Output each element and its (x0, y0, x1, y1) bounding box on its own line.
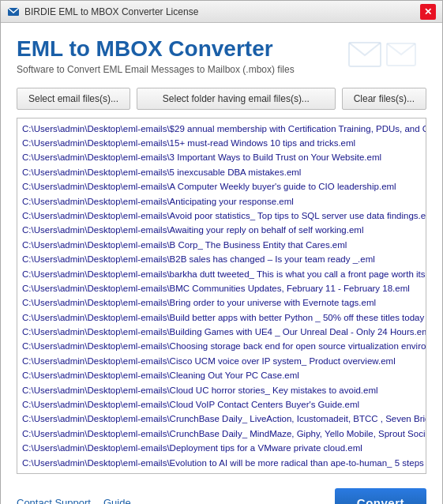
list-item: C:\Users\admin\Desktop\eml-emails\Bring … (22, 295, 421, 310)
list-item: C:\Users\admin\Desktop\eml-emails\Evolut… (22, 456, 421, 470)
list-item: C:\Users\admin\Desktop\eml-emails\Cisco … (22, 354, 421, 368)
main-window: BIRDIE EML to MBOX Converter License ✕ E… (0, 0, 443, 504)
list-item: C:\Users\admin\Desktop\eml-emails\barkha… (22, 267, 421, 281)
list-item: C:\Users\admin\Desktop\eml-emails\A Comp… (22, 179, 421, 194)
clear-files-button[interactable]: Clear files(s)... (342, 88, 426, 110)
select-folder-button[interactable]: Select folder having email files(s)... (137, 88, 336, 110)
list-item: C:\Users\admin\Desktop\eml-emails\BMC Co… (22, 281, 421, 295)
list-item: C:\Users\admin\Desktop\eml-emails\5 inex… (22, 165, 421, 179)
list-item: C:\Users\admin\Desktop\eml-emails\Avoid … (22, 209, 421, 223)
app-title: EML to MBOX Converter (17, 36, 347, 62)
title-bar: BIRDIE EML to MBOX Converter License ✕ (1, 1, 442, 23)
list-item: C:\Users\admin\Desktop\eml-emails\B Corp… (22, 238, 421, 252)
list-item: C:\Users\admin\Desktop\eml-emails\Build … (22, 310, 421, 325)
title-bar-left: BIRDIE EML to MBOX Converter License (7, 6, 198, 18)
file-list[interactable]: C:\Users\admin\Desktop\eml-emails\$29 an… (17, 118, 426, 473)
convert-button[interactable]: Convert (335, 488, 426, 504)
list-item: C:\Users\admin\Desktop\eml-emails\Awaiti… (22, 223, 421, 237)
list-item: C:\Users\admin\Desktop\eml-emails\Crunch… (22, 412, 421, 426)
list-item: C:\Users\admin\Desktop\eml-emails\Cloud … (22, 397, 421, 412)
button-row: Select email files(s)... Select folder h… (17, 88, 426, 110)
contact-support-link[interactable]: Contact Support (17, 497, 91, 504)
app-subtitle: Software to Convert EML Email Messages t… (17, 64, 347, 75)
file-list-container: C:\Users\admin\Desktop\eml-emails\$29 an… (17, 118, 426, 474)
list-item: C:\Users\admin\Desktop\eml-emails\15+ mu… (22, 136, 421, 150)
app-icon (7, 6, 20, 18)
list-item: C:\Users\admin\Desktop\eml-emails\Cleani… (22, 368, 421, 382)
header-text: EML to MBOX Converter Software to Conver… (17, 36, 347, 75)
list-item: C:\Users\admin\Desktop\eml-emails\Crunch… (22, 427, 421, 441)
list-item: C:\Users\admin\Desktop\eml-emails\Deploy… (22, 441, 421, 455)
list-item: C:\Users\admin\Desktop\eml-emails\Antici… (22, 194, 421, 209)
main-content: EML to MBOX Converter Software to Conver… (1, 23, 442, 504)
list-item: C:\Users\admin\Desktop\eml-emails\3 Impo… (22, 150, 421, 164)
header-section: EML to MBOX Converter Software to Conver… (17, 36, 426, 80)
close-button[interactable]: ✕ (420, 4, 436, 20)
title-bar-text: BIRDIE EML to MBOX Converter License (24, 6, 198, 17)
guide-link[interactable]: Guide (103, 497, 131, 504)
list-item: C:\Users\admin\Desktop\eml-emails\Cloud … (22, 383, 421, 397)
envelope-icon-2 (385, 39, 426, 72)
header-icons (347, 36, 426, 74)
list-item: C:\Users\admin\Desktop\eml-emails\Choosi… (22, 339, 421, 353)
footer-links: Contact Support Guide (17, 497, 131, 504)
footer: Contact Support Guide Convert (17, 482, 426, 504)
select-files-button[interactable]: Select email files(s)... (17, 88, 130, 110)
list-item: C:\Users\admin\Desktop\eml-emails\Buildi… (22, 325, 421, 339)
list-item: C:\Users\admin\Desktop\eml-emails\$29 an… (22, 122, 421, 136)
list-item: C:\Users\admin\Desktop\eml-emails\B2B sa… (22, 252, 421, 266)
